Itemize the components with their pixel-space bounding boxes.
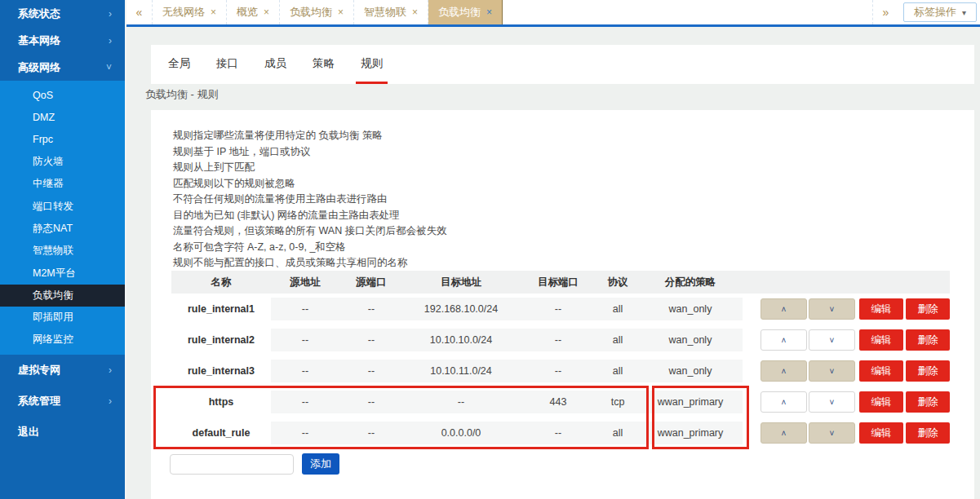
sidebar-item[interactable]: 系统管理 ›	[0, 386, 125, 417]
source-address-cell: --	[271, 355, 339, 386]
sidebar-submenu-item-label: M2M平台	[33, 267, 76, 280]
sidebar-item[interactable]: 高级网络 ˅	[0, 54, 125, 81]
add-button[interactable]: 添加	[302, 453, 339, 475]
move-up-button[interactable]: ˄	[760, 422, 807, 444]
window-tab[interactable]: 负载均衡 ×	[280, 0, 354, 24]
description-line: 规则指定哪些流量将使用特定的 负载均衡 策略	[173, 128, 447, 144]
sidebar-item-label: 系统状态	[18, 7, 60, 21]
rules-table: 名称源地址源端口目标地址目标端口协议分配的策略 rule_internal1 -…	[171, 271, 950, 448]
description-line: 名称可包含字符 A-Z, a-z, 0-9, _和空格	[173, 240, 447, 256]
sidebar-submenu-item-label: 智慧物联	[33, 244, 73, 258]
row-actions: ˄ ˅ 编辑 删除	[760, 294, 950, 325]
tag-operations-label: 标签操作	[914, 5, 956, 20]
sidebar-item[interactable]: 基本网络 ›	[0, 27, 125, 54]
delete-button[interactable]: 删除	[906, 422, 950, 444]
sidebar-item[interactable]: 退出	[0, 417, 125, 448]
sidebar-item-label: 虚拟专网	[18, 363, 60, 378]
sidebar-submenu: QoS DMZ Frpc 防火墙 中继器 端口转发 静态NAT 智慧物联 M2M…	[0, 81, 125, 355]
delete-button[interactable]: 删除	[906, 360, 950, 382]
table-row: https -- -- -- 443 tcp wwan_primary ˄ ˅ …	[171, 386, 950, 417]
window-tab-label: 智慧物联	[364, 5, 406, 20]
window-tab[interactable]: 概览 ×	[227, 0, 280, 24]
row-actions: ˄ ˅ 编辑 删除	[760, 325, 950, 355]
tag-operations-button[interactable]: 标签操作 ▾	[903, 2, 977, 22]
protocol-cell: all	[597, 325, 638, 355]
description-line: 目的地为已知 (非默认) 网络的流量由主路由表处理	[173, 208, 447, 224]
section-tab[interactable]: 策略	[308, 45, 339, 84]
close-icon[interactable]: ×	[264, 7, 269, 18]
move-down-button[interactable]: ˅	[809, 422, 855, 444]
move-up-button[interactable]: ˄	[760, 298, 807, 320]
edit-button[interactable]: 编辑	[859, 298, 903, 320]
close-icon[interactable]: ×	[338, 7, 344, 18]
sidebar-submenu-item-label: Frpc	[33, 134, 53, 145]
move-up-button[interactable]: ˄	[760, 329, 807, 351]
sidebar-submenu-item[interactable]: QoS	[0, 84, 125, 106]
sidebar-submenu-item-label: QoS	[33, 90, 53, 101]
sidebar-submenu-item[interactable]: 静态NAT	[0, 218, 125, 240]
source-port-cell: --	[339, 417, 403, 448]
table-header-cell: 目标端口	[519, 271, 597, 294]
move-down-button[interactable]: ˅	[809, 329, 855, 351]
close-icon[interactable]: ×	[486, 7, 492, 18]
table-header-cell: 协议	[597, 271, 638, 294]
sidebar-submenu-item[interactable]: Frpc	[0, 129, 125, 151]
policy-cell: wan_only	[638, 325, 743, 355]
delete-button[interactable]: 删除	[906, 391, 950, 413]
sidebar-submenu-item[interactable]: 中继器	[0, 173, 125, 195]
close-icon[interactable]: ×	[211, 7, 216, 18]
sidebar-item-label: 退出	[18, 425, 39, 439]
edit-button[interactable]: 编辑	[859, 329, 903, 351]
description-line: 不符合任何规则的流量将使用主路由表进行路由	[173, 192, 447, 208]
sidebar-submenu-item[interactable]: 网络监控	[0, 329, 125, 351]
sidebar-submenu-item[interactable]: M2M平台	[0, 262, 125, 284]
sidebar-submenu-item[interactable]: 防火墙	[0, 151, 125, 173]
sidebar-item-label: 基本网络	[18, 33, 60, 48]
delete-button[interactable]: 删除	[906, 329, 950, 351]
window-tab[interactable]: 负载均衡 ×	[428, 0, 503, 24]
new-rule-name-input[interactable]	[170, 454, 294, 475]
section-tabs: 全局 接口 成员 策略 规则	[151, 45, 974, 84]
main-panel: 规则指定哪些流量将使用特定的 负载均衡 策略规则基于 IP 地址，端口或协议规则…	[151, 110, 974, 499]
sidebar-submenu-item-label: 静态NAT	[33, 222, 73, 236]
section-tab[interactable]: 规则	[356, 45, 388, 84]
sidebar-item[interactable]: 虚拟专网 ›	[0, 355, 125, 386]
edit-button[interactable]: 编辑	[859, 391, 903, 413]
move-up-button[interactable]: ˄	[760, 391, 807, 413]
tab-bar: « 无线网络 × 概览 × 负载均衡 × 智慧物联 × 负载均衡 × » 标签操…	[126, 0, 980, 27]
window-tab[interactable]: 无线网络 ×	[153, 0, 227, 24]
row-actions: ˄ ˅ 编辑 删除	[760, 386, 950, 417]
sidebar-submenu-item[interactable]: 即插即用	[0, 307, 125, 329]
sidebar-submenu-item[interactable]: 智慧物联	[0, 240, 125, 262]
collapse-tabs-icon[interactable]: «	[126, 0, 153, 24]
sidebar-submenu-item-label: 网络监控	[33, 333, 73, 347]
move-up-button[interactable]: ˄	[760, 360, 807, 382]
table-row: rule_internal3 -- -- 10.10.11.0/24 -- al…	[171, 355, 950, 386]
edit-button[interactable]: 编辑	[859, 360, 903, 382]
window-tab[interactable]: 智慧物联 ×	[354, 0, 428, 24]
section-tab[interactable]: 成员	[259, 45, 291, 84]
table-header-cell: 分配的策略	[638, 271, 743, 294]
table-header-cell: 源端口	[339, 271, 403, 294]
description-line: 规则从上到下匹配	[173, 160, 447, 176]
table-header-cell: 名称	[171, 271, 271, 294]
sidebar-submenu-item[interactable]: 负载均衡	[0, 285, 125, 307]
sidebar-item[interactable]: 系统状态 ›	[0, 0, 125, 27]
delete-button[interactable]: 删除	[906, 298, 950, 320]
expand-tabs-icon[interactable]: »	[872, 0, 898, 24]
source-port-cell: --	[339, 386, 403, 417]
section-tab[interactable]: 全局	[163, 45, 195, 84]
description-line: 规则基于 IP 地址，端口或协议	[173, 144, 447, 161]
move-down-button[interactable]: ˅	[809, 360, 855, 382]
move-down-button[interactable]: ˅	[809, 391, 855, 413]
close-icon[interactable]: ×	[412, 7, 418, 18]
sidebar-submenu-item[interactable]: 端口转发	[0, 195, 125, 217]
section-tab-label: 规则	[361, 56, 383, 71]
chevron-icon: ˅	[106, 62, 112, 73]
protocol-cell: all	[597, 355, 638, 386]
move-down-button[interactable]: ˅	[809, 298, 855, 320]
sidebar-submenu-item[interactable]: DMZ	[0, 106, 125, 128]
section-tab[interactable]: 接口	[211, 45, 243, 84]
edit-button[interactable]: 编辑	[859, 422, 903, 444]
row-actions: ˄ ˅ 编辑 删除	[760, 355, 950, 386]
